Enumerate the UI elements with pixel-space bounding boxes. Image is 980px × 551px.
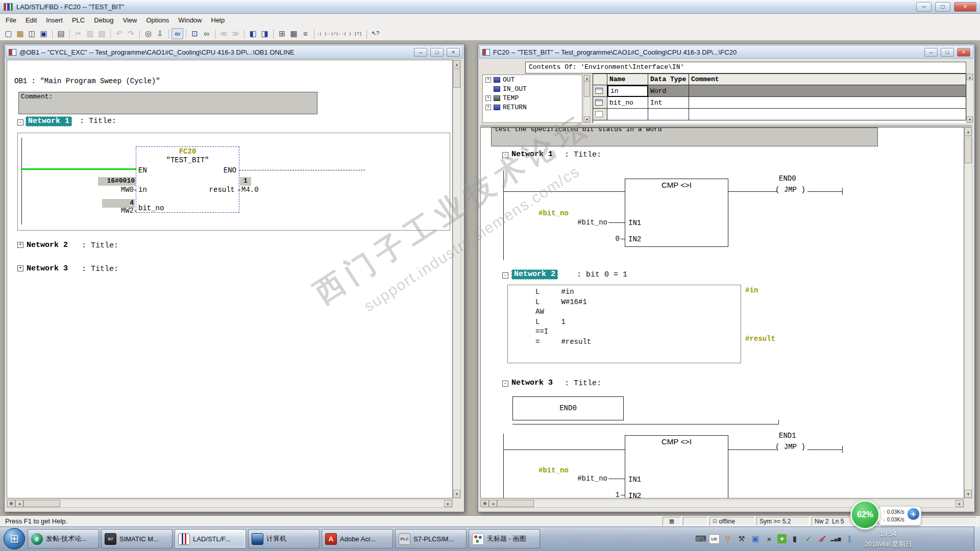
tree-item-in-out[interactable]: IN_OUT (483, 84, 582, 93)
close-button[interactable]: × (954, 2, 976, 12)
in-operand[interactable]: MW0 (102, 186, 134, 194)
cell-comment[interactable] (689, 97, 966, 109)
scroll-down-button[interactable]: ▼ (584, 116, 590, 122)
vscroll-thumb[interactable] (965, 137, 972, 163)
monitor-on-off-icon[interactable]: ∞ (172, 28, 183, 39)
taskbar-app-paint[interactable]: 无标题 - 画图 (469, 529, 540, 548)
scroll-up-button[interactable]: ▲ (453, 60, 460, 68)
network1-title[interactable]: : Title: (80, 117, 116, 126)
fc20-network1-label[interactable]: Network 1 (511, 150, 553, 159)
fc20-vscrollbar[interactable]: ▲ ▼ (964, 127, 972, 498)
symbol-monitor-icon[interactable]: ∞ (201, 28, 212, 39)
maximize-button[interactable]: □ (935, 2, 950, 12)
ob1-titlebar[interactable]: @OB1 -- "CYCL_EXC" -- Test_programme\CAO… (6, 45, 463, 59)
in-monitor-value[interactable]: 16#0010 (98, 177, 136, 186)
stl-code-block[interactable]: L #inL W#16#1AWL 1==I= #result (507, 285, 741, 363)
jump-label[interactable]: END0 (779, 174, 796, 183)
tree-expand-box[interactable]: + (485, 77, 491, 83)
new-file-icon[interactable]: ▢ (3, 28, 14, 39)
stl-code-line[interactable]: L 1 (535, 317, 741, 328)
column-header-name[interactable]: Name (607, 74, 648, 85)
menu-item[interactable]: Window (174, 15, 206, 26)
empty-box-icon[interactable]: [?] (352, 28, 364, 39)
fc20-call-box[interactable]: FC20 "TEST_BIT" EN ENO in result bit_no (136, 146, 239, 213)
fc20-network3-title[interactable]: : Title: (565, 379, 601, 388)
network3-title[interactable]: : Title: (82, 265, 118, 273)
safely-remove-tray-icon[interactable]: ✓ (803, 533, 814, 544)
menu-item[interactable]: PLC (67, 15, 89, 26)
scroll-left-button[interactable]: ◄ (489, 500, 497, 507)
fc20-network3-collapse-box[interactable]: - (502, 381, 508, 387)
column-header-comment[interactable]: Comment (689, 74, 966, 85)
menu-item[interactable]: File (1, 15, 21, 26)
accelerate-plus-button[interactable]: + (906, 507, 920, 521)
hscroll-thumb[interactable] (497, 500, 534, 507)
cut-icon[interactable]: ✂ (72, 28, 84, 39)
in1-operand[interactable]: #bit_no (561, 474, 607, 483)
scroll-left-button[interactable]: ◄ (15, 500, 23, 507)
start-button[interactable]: ⊞ (4, 528, 25, 549)
menu-item[interactable]: Options (141, 15, 174, 26)
tree-expand-box[interactable]: + (485, 105, 491, 110)
cmp-box[interactable]: CMP <>I IN1 IN2 (625, 179, 728, 247)
open-online-icon[interactable]: ◫ (26, 28, 38, 39)
fc20-network2-collapse-box[interactable]: - (502, 272, 508, 279)
stl-code-line[interactable]: L W#16#1 (535, 297, 741, 308)
overview-button[interactable]: ▦ (481, 500, 489, 507)
show-desktop-button[interactable] (974, 527, 980, 551)
minimize-button[interactable]: – (916, 2, 932, 12)
fc20-minimize-button[interactable]: – (924, 48, 938, 57)
taskbar-app-acrobat[interactable]: A Adobe Acr... (322, 529, 393, 548)
keyboard-tray-icon[interactable]: ⌨ (695, 533, 706, 544)
ob1-close-button[interactable]: × (447, 48, 460, 57)
print-icon[interactable]: ▤ (55, 28, 67, 39)
fc20-network1-collapse-box[interactable]: - (502, 152, 508, 158)
network1-collapse-box[interactable]: - (17, 119, 23, 126)
tree-item-temp[interactable]: + TEMP (483, 93, 582, 103)
window-cascade-icon[interactable]: ◨ (259, 28, 271, 39)
hscroll-thumb[interactable] (23, 500, 60, 507)
tree-expand-box[interactable]: + (485, 95, 491, 101)
scroll-down-button[interactable]: ▼ (967, 116, 973, 122)
network2-collapse-box[interactable]: + (17, 242, 23, 248)
copy-icon[interactable]: ▥ (84, 28, 96, 39)
open-file-icon[interactable]: ▦ (14, 28, 26, 39)
cell-name-bitno[interactable]: bit_no (607, 97, 648, 109)
program-elements-icon[interactable]: ≡ (300, 28, 311, 39)
jump-label[interactable]: END1 (779, 432, 796, 440)
taskbar-app-computer[interactable]: 计算机 (248, 529, 320, 548)
cell-type-int[interactable]: Int (648, 97, 689, 109)
menu-item[interactable]: Debug (89, 15, 118, 26)
table-row[interactable]: in Word (593, 85, 966, 97)
table-scrollbar[interactable]: ▲ ▼ (966, 73, 973, 123)
jump-label-box[interactable]: END0 (512, 396, 624, 420)
tree-item-out[interactable]: + OUT (483, 75, 582, 84)
paste-icon[interactable]: ▧ (96, 28, 108, 39)
ob1-hscrollbar[interactable]: ▦ ◄ ► (7, 499, 453, 508)
stl-code-line[interactable]: L #in (535, 287, 741, 297)
in2-operand[interactable]: 1 (591, 491, 620, 498)
scroll-down-button[interactable]: ▼ (453, 490, 460, 498)
contact-no-icon[interactable]: -| |- (317, 28, 329, 39)
memory-percent-ball[interactable]: 62% (850, 500, 880, 530)
goto-next-error-icon[interactable]: ≫ (230, 28, 241, 39)
result-operand[interactable]: M4.0 (241, 186, 259, 194)
window-split-icon[interactable]: ◧ (247, 28, 259, 39)
cell-type-word[interactable]: Word (648, 85, 689, 97)
menu-item[interactable]: Edit (21, 15, 41, 26)
fc20-block-comment[interactable]: test the specificated bit status in a wo… (491, 128, 878, 146)
jump-coil[interactable]: ( JMP ) (775, 443, 805, 451)
menu-item[interactable]: Help (207, 15, 230, 26)
overview-button[interactable]: ▦ (7, 500, 15, 507)
taskbar-app-simatic-manager[interactable]: S7 SIMATIC M... (101, 529, 173, 548)
fc20-network1-title[interactable]: : Title: (565, 151, 601, 159)
fc20-network2-label[interactable]: Network 2 (511, 269, 558, 280)
menu-item[interactable]: View (118, 15, 141, 26)
ob1-vscrollbar[interactable]: ▲ ▼ (453, 60, 461, 498)
fc20-restore-button[interactable]: □ (941, 48, 954, 57)
input-method-tray-icon[interactable]: ▣ (750, 533, 761, 544)
interface-tree[interactable]: + OUT IN_OUT + TEMP + RETURN (482, 74, 582, 123)
license-manager-tray-icon[interactable]: LIC (709, 534, 720, 544)
scroll-right-button[interactable]: ► (444, 500, 452, 507)
address-icon[interactable]: ⊡ (189, 28, 201, 39)
